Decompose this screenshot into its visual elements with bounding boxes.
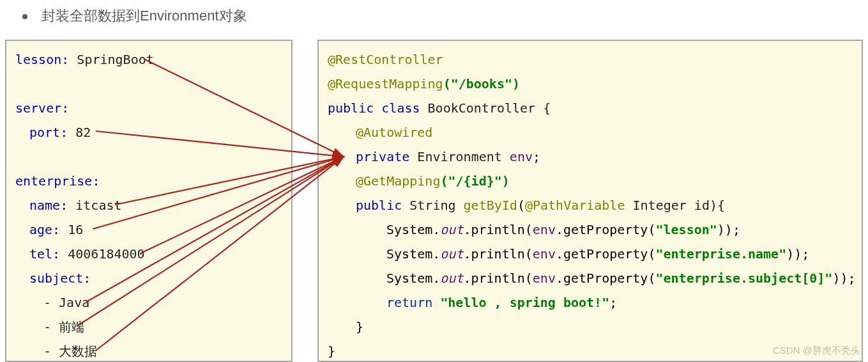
java-env-field: private Environment env; <box>328 145 853 169</box>
java-requestmapping: @RequestMapping("/books") <box>328 72 853 96</box>
yaml-subject: subject: <box>15 266 282 290</box>
yaml-tel: tel: 4006184000 <box>15 242 282 266</box>
java-autowired: @Autowired <box>328 120 853 145</box>
java-return: return "hello , spring boot!"; <box>328 290 853 315</box>
java-println-name: System.out.println(env.getProperty("ente… <box>328 242 853 266</box>
java-println-subj: System.out.println(env.getProperty("ente… <box>328 266 853 290</box>
java-getmapping: @GetMapping("/{id}") <box>328 169 853 193</box>
yaml-lesson: lesson: SpringBoot <box>15 47 282 72</box>
watermark-text: CSDN @胖虎不秃头 <box>773 345 860 357</box>
yaml-age: age: 16 <box>15 217 282 242</box>
yaml-fe: - 前端 <box>15 315 282 339</box>
heading-text: 封装全部数据到Environment对象 <box>22 6 247 26</box>
yaml-bd: - 大数据 <box>15 339 282 362</box>
yaml-port: port: 82 <box>15 120 282 145</box>
heading-label: 封装全部数据到Environment对象 <box>42 8 247 24</box>
yaml-enterprise: enterprise: <box>15 169 282 193</box>
bullet-icon <box>22 14 27 19</box>
java-println-lesson: System.out.println(env.getProperty("less… <box>328 217 853 242</box>
yaml-panel: lesson: SpringBoot server: port: 82 ente… <box>5 40 293 362</box>
java-classdecl: public class BookController { <box>328 96 853 120</box>
yaml-name: name: itcast <box>15 193 282 217</box>
yaml-java: - Java <box>15 290 282 315</box>
java-closebrace-inner: } <box>328 315 853 339</box>
java-restcontroller: @RestController <box>328 47 853 72</box>
java-panel: @RestController @RequestMapping("/books"… <box>317 40 863 362</box>
java-method: public String getById(@PathVariable Inte… <box>328 193 853 217</box>
yaml-server: server: <box>15 96 282 120</box>
